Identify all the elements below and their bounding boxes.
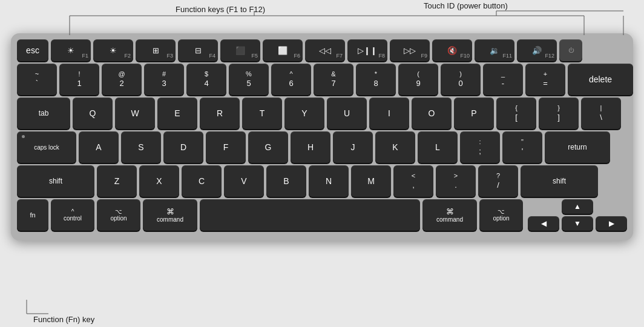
key-c[interactable]: C xyxy=(182,165,222,197)
key-6[interactable]: ^ 6 xyxy=(271,64,311,95)
arrow-key-cluster: ▲ ◀ ▼ ▶ xyxy=(528,199,627,231)
key-m[interactable]: M xyxy=(351,165,391,197)
key-s[interactable]: S xyxy=(121,131,161,163)
key-r[interactable]: R xyxy=(200,97,240,129)
key-comma[interactable]: < , xyxy=(393,165,433,197)
zxcv-row: shift Z X C V B N M < , > . ? / shif xyxy=(17,165,627,197)
key-f3[interactable]: ⊞ F3 xyxy=(136,39,176,61)
touch-id-label: Touch ID (power button) xyxy=(424,1,508,10)
key-backslash[interactable]: | \ xyxy=(581,97,621,129)
key-3[interactable]: # 3 xyxy=(144,64,184,95)
key-f6[interactable]: ⬜ F6 xyxy=(263,39,303,61)
key-f7[interactable]: ◁◁ F7 xyxy=(305,39,345,61)
arrow-up-row: ▲ xyxy=(528,199,627,214)
key-right-shift[interactable]: shift xyxy=(521,165,598,197)
key-equals[interactable]: + = xyxy=(525,64,565,95)
key-left-shift[interactable]: shift xyxy=(17,165,94,197)
key-n[interactable]: N xyxy=(309,165,349,197)
key-period[interactable]: > . xyxy=(436,165,476,197)
key-left-command[interactable]: ⌘ command xyxy=(143,199,197,231)
key-4[interactable]: $ 4 xyxy=(186,64,226,95)
key-p[interactable]: P xyxy=(454,97,494,129)
key-f4[interactable]: ⊟ F4 xyxy=(178,39,218,61)
key-a[interactable]: A xyxy=(79,131,119,163)
key-touchid[interactable]: ⏻ xyxy=(559,39,582,61)
qwerty-row: tab Q W E R T Y U I O P { [ } ] | \ xyxy=(17,97,627,129)
key-k[interactable]: K xyxy=(375,131,415,163)
key-g[interactable]: G xyxy=(248,131,288,163)
key-f1[interactable]: ☀ F1 xyxy=(51,39,91,61)
key-y[interactable]: Y xyxy=(284,97,324,129)
key-right-option[interactable]: ⌥ option xyxy=(479,199,523,231)
key-arrow-right[interactable]: ▶ xyxy=(596,216,627,231)
key-b[interactable]: B xyxy=(266,165,306,197)
key-f12[interactable]: 🔊 F12 xyxy=(517,39,557,61)
key-f11[interactable]: 🔉 F11 xyxy=(475,39,514,61)
key-minus[interactable]: _ - xyxy=(483,64,523,95)
key-arrow-down[interactable]: ▼ xyxy=(562,216,593,231)
key-v[interactable]: V xyxy=(224,165,264,197)
key-d[interactable]: D xyxy=(163,131,203,163)
key-l[interactable]: L xyxy=(418,131,458,163)
key-j[interactable]: J xyxy=(333,131,373,163)
key-f2[interactable]: ☀ F2 xyxy=(93,39,133,61)
key-x[interactable]: X xyxy=(139,165,179,197)
key-o[interactable]: O xyxy=(412,97,452,129)
key-arrow-left[interactable]: ◀ xyxy=(528,216,559,231)
key-h[interactable]: H xyxy=(291,131,330,163)
key-semicolon[interactable]: : ; xyxy=(460,131,500,163)
bottom-row: fn ^ control ⌥ option ⌘ command ⌘ comman… xyxy=(17,199,627,231)
key-f5[interactable]: ⬛ F5 xyxy=(220,39,260,61)
key-right-command[interactable]: ⌘ command xyxy=(422,199,477,231)
caps-lock-indicator xyxy=(22,135,25,138)
key-8[interactable]: * 8 xyxy=(356,64,396,95)
key-i[interactable]: I xyxy=(369,97,409,129)
function-key-row: esc ☀ F1 ☀ F2 ⊞ F3 ⊟ F4 ⬛ F5 ⬜ F6 ◁◁ F7 xyxy=(17,39,627,61)
key-space[interactable] xyxy=(200,199,420,231)
fn-key-label: Function (Fn) key xyxy=(33,315,94,324)
key-7[interactable]: & 7 xyxy=(314,64,353,95)
key-left-option[interactable]: ⌥ option xyxy=(97,199,140,231)
key-5[interactable]: % 5 xyxy=(229,64,269,95)
key-control[interactable]: ^ control xyxy=(51,199,94,231)
key-w[interactable]: W xyxy=(115,97,155,129)
key-z[interactable]: Z xyxy=(97,165,137,197)
key-tab[interactable]: tab xyxy=(17,97,70,129)
key-arrow-up[interactable]: ▲ xyxy=(562,199,593,214)
key-esc[interactable]: esc xyxy=(17,39,48,61)
key-slash[interactable]: ? / xyxy=(478,165,518,197)
key-q[interactable]: Q xyxy=(73,97,113,129)
key-f9[interactable]: ▷▷ F9 xyxy=(390,39,430,61)
key-rbracket[interactable]: } ] xyxy=(539,97,579,129)
key-lbracket[interactable]: { [ xyxy=(496,97,536,129)
key-0[interactable]: ) 0 xyxy=(441,64,481,95)
number-row: ~ ` ! 1 @ 2 # 3 $ 4 xyxy=(17,64,627,95)
asdf-row: caps lock A S D F G H J K L : ; " ' retu… xyxy=(17,131,627,163)
key-e[interactable]: E xyxy=(157,97,197,129)
key-9[interactable]: ( 9 xyxy=(398,64,438,95)
function-keys-label: Function keys (F1 to F12) xyxy=(176,5,265,14)
key-f10[interactable]: 🔇 F10 xyxy=(432,39,472,61)
key-return[interactable]: return xyxy=(545,131,610,163)
key-1[interactable]: ! 1 xyxy=(59,64,99,95)
arrow-lr-row: ◀ ▼ ▶ xyxy=(528,216,627,231)
key-t[interactable]: T xyxy=(242,97,282,129)
key-f[interactable]: F xyxy=(206,131,246,163)
keyboard: esc ☀ F1 ☀ F2 ⊞ F3 ⊟ F4 ⬛ F5 ⬜ F6 ◁◁ F7 xyxy=(11,33,633,240)
key-u[interactable]: U xyxy=(327,97,367,129)
key-delete[interactable]: delete xyxy=(568,64,633,95)
key-quote[interactable]: " ' xyxy=(502,131,542,163)
key-f8[interactable]: ▷❙❙ F8 xyxy=(347,39,387,61)
key-capslock[interactable]: caps lock xyxy=(17,131,76,163)
key-2[interactable]: @ 2 xyxy=(102,64,142,95)
key-fn[interactable]: fn xyxy=(17,199,48,231)
key-backtick[interactable]: ~ ` xyxy=(17,64,57,95)
